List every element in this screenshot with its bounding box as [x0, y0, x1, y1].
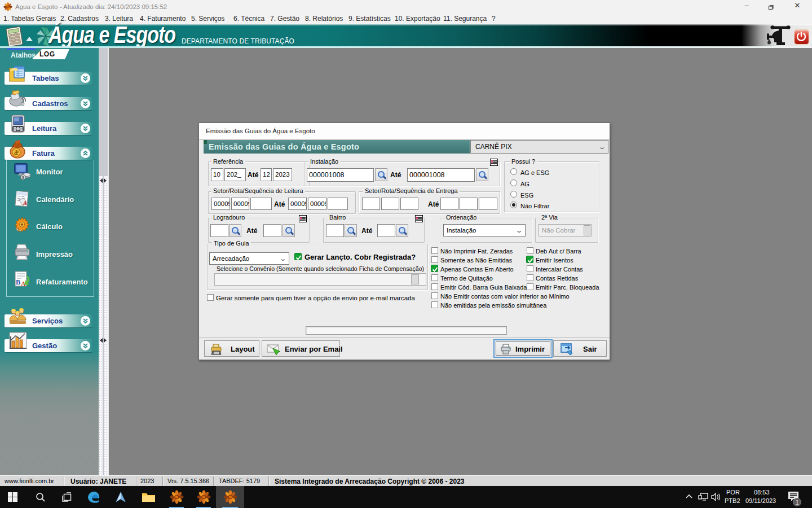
svg-text:$: $: [22, 176, 24, 179]
svg-text:B: B: [16, 278, 20, 286]
svg-text:A: A: [23, 200, 27, 206]
